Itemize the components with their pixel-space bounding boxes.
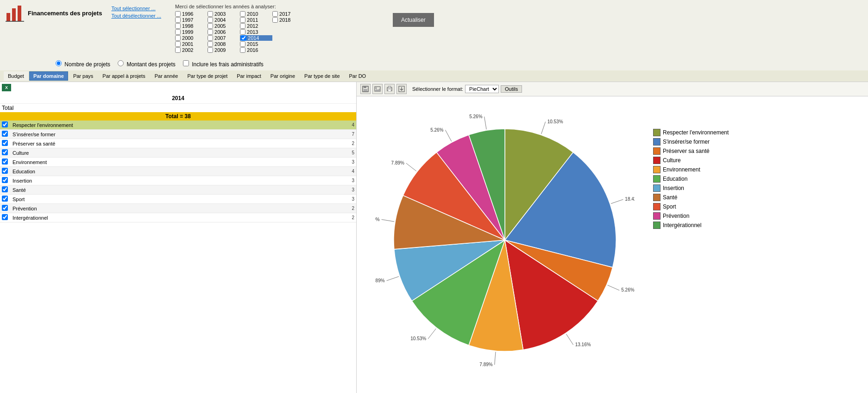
excel-icon[interactable]: X — [2, 84, 11, 91]
row-check-7[interactable] — [0, 185, 10, 195]
year-1997-checkbox[interactable] — [175, 17, 181, 23]
row-check-5[interactable] — [0, 167, 10, 176]
row-check-3[interactable] — [0, 148, 10, 158]
year-2013[interactable]: 2013 — [240, 29, 272, 35]
select-all-link[interactable]: Tout sélectionner ... — [111, 6, 161, 11]
year-2014[interactable]: 2014 — [240, 35, 272, 41]
row-checkbox-2[interactable] — [2, 140, 8, 146]
tab-par-type-projet[interactable]: Par type de projet — [183, 71, 232, 81]
year-1996-checkbox[interactable] — [175, 11, 181, 17]
chart-tool-export[interactable] — [396, 84, 407, 94]
year-2005-checkbox[interactable] — [208, 23, 213, 29]
legend-item-5: Education — [653, 175, 746, 183]
year-2005[interactable]: 2005 — [208, 23, 240, 29]
year-2008-checkbox[interactable] — [208, 41, 213, 47]
tab-par-type-site[interactable]: Par type de site — [300, 71, 344, 81]
year-2014-checkbox[interactable] — [241, 35, 246, 41]
row-checkbox-1[interactable] — [2, 131, 8, 137]
year-2009[interactable]: 2009 — [208, 47, 240, 53]
year-2009-checkbox[interactable] — [208, 47, 213, 53]
year-2008[interactable]: 2008 — [208, 41, 240, 47]
radio-count-input[interactable] — [56, 60, 62, 66]
row-checkbox-4[interactable] — [2, 158, 8, 165]
year-2015[interactable]: 2015 — [240, 41, 272, 47]
year-2004[interactable]: 2004 — [208, 17, 240, 23]
year-2010-checkbox[interactable] — [240, 11, 245, 17]
row-check-0[interactable] — [0, 120, 10, 130]
chart-tool-print[interactable] — [384, 84, 395, 94]
chart-toolbar: Sélectionner le format: PieChart Outils — [357, 82, 868, 96]
radio-project-count[interactable]: Nombre de projets — [56, 60, 110, 68]
checkbox-admin-label[interactable]: Inclure les frais administratifs — [183, 60, 264, 68]
tab-par-annee[interactable]: Par année — [151, 71, 182, 81]
tab-budget[interactable]: Budget — [4, 71, 28, 81]
year-2016-checkbox[interactable] — [240, 47, 245, 53]
row-checkbox-3[interactable] — [2, 149, 8, 155]
row-checkbox-5[interactable] — [2, 168, 8, 174]
tab-par-do[interactable]: Par DO — [345, 71, 371, 81]
row-checkbox-6[interactable] — [2, 177, 8, 183]
row-check-10[interactable] — [0, 213, 10, 222]
year-2012-checkbox[interactable] — [240, 23, 245, 29]
checkbox-admin-input[interactable] — [183, 60, 189, 66]
year-2000-checkbox[interactable] — [175, 35, 181, 41]
tab-par-origine[interactable]: Par origine — [266, 71, 299, 81]
year-1999[interactable]: 1999 — [175, 29, 208, 35]
chart-tool-save[interactable] — [360, 84, 371, 94]
row-check-9[interactable] — [0, 204, 10, 213]
tab-par-appel[interactable]: Par appel à projets — [98, 71, 149, 81]
refresh-button[interactable]: Actualiser — [393, 13, 434, 27]
right-panel: Sélectionner le format: PieChart Outils … — [357, 82, 868, 393]
year-2004-checkbox[interactable] — [208, 17, 213, 23]
row-checkbox-0[interactable] — [2, 121, 8, 127]
year-2015-checkbox[interactable] — [240, 41, 245, 47]
year-2003-checkbox[interactable] — [208, 11, 213, 17]
row-checkbox-7[interactable] — [2, 186, 8, 192]
year-2000[interactable]: 2000 — [175, 35, 208, 41]
year-1999-checkbox[interactable] — [175, 29, 181, 35]
row-checkbox-8[interactable] — [2, 196, 8, 202]
year-2002-checkbox[interactable] — [175, 47, 181, 53]
year-2018-checkbox[interactable] — [272, 17, 278, 23]
year-2013-checkbox[interactable] — [240, 29, 245, 35]
year-2011-checkbox[interactable] — [240, 17, 245, 23]
year-1998[interactable]: 1998 — [175, 23, 208, 29]
year-2018[interactable]: 2018 — [272, 17, 305, 23]
tools-button[interactable]: Outils — [501, 85, 522, 93]
year-2002[interactable]: 2002 — [175, 47, 208, 53]
legend-label-6: Insertion — [663, 185, 684, 191]
row-check-8[interactable] — [0, 195, 10, 204]
year-2017-checkbox[interactable] — [272, 11, 278, 17]
year-2012[interactable]: 2012 — [240, 23, 272, 29]
year-2001[interactable]: 2001 — [175, 41, 208, 47]
year-2017[interactable]: 2017 — [272, 11, 305, 17]
year-1998-checkbox[interactable] — [175, 23, 181, 29]
year-2007-checkbox[interactable] — [208, 35, 213, 41]
year-2011[interactable]: 2011 — [240, 17, 272, 23]
deselect-all-link[interactable]: Tout désélectionner ... — [111, 13, 161, 19]
row-check-6[interactable] — [0, 176, 10, 185]
chart-tool-image[interactable] — [372, 84, 383, 94]
tab-par-domaine[interactable]: Par domaine — [29, 71, 68, 81]
year-2006[interactable]: 2006 — [208, 29, 240, 35]
tab-par-impact[interactable]: Par impact — [233, 71, 265, 81]
row-checkbox-9[interactable] — [2, 205, 8, 211]
row-check-1[interactable] — [0, 130, 10, 139]
year-1997[interactable]: 1997 — [175, 17, 208, 23]
year-2007[interactable]: 2007 — [208, 35, 240, 41]
year-2006-checkbox[interactable] — [208, 29, 213, 35]
row-check-2[interactable] — [0, 139, 10, 148]
tab-par-pays[interactable]: Par pays — [69, 71, 97, 81]
radio-amounts-input[interactable] — [118, 60, 124, 66]
row-checkbox-10[interactable] — [2, 214, 8, 220]
year-2001-checkbox[interactable] — [175, 41, 181, 47]
total-row: Total = 38 — [0, 112, 356, 120]
row-check-4[interactable] — [0, 158, 10, 167]
year-2003[interactable]: 2003 — [208, 11, 240, 17]
year-2016[interactable]: 2016 — [240, 47, 272, 53]
legend-label-7: Santé — [663, 194, 677, 201]
format-select[interactable]: PieChart — [465, 85, 499, 93]
radio-project-amounts[interactable]: Montant des projets — [118, 60, 176, 68]
year-1996[interactable]: 1996 — [175, 11, 208, 17]
year-2010[interactable]: 2010 — [240, 11, 272, 17]
